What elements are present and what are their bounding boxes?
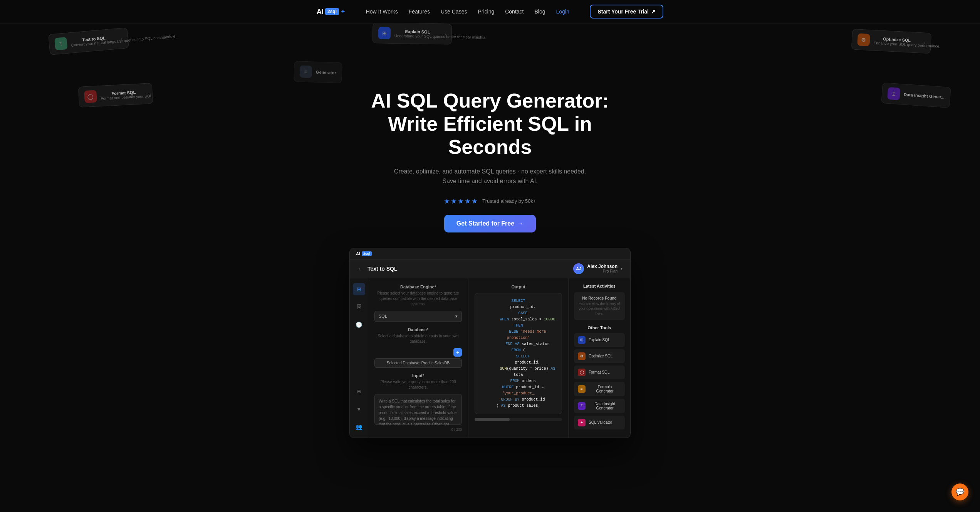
sidebar-item-settings[interactable]: ⊕ bbox=[353, 385, 365, 397]
main-content: Database Engine* Please select your data… bbox=[368, 278, 630, 438]
float-card-sub: Enhance your SQL query performance. bbox=[873, 40, 920, 47]
trust-row: ★★★★★ Trusted already by 50k+ bbox=[355, 197, 625, 205]
add-database-button[interactable]: + bbox=[453, 348, 462, 357]
database-hint: Select a database to obtain outputs in y… bbox=[374, 333, 462, 344]
float-card-title: Text to SQL bbox=[70, 34, 117, 43]
char-count: 0 / 200 bbox=[374, 428, 462, 431]
optimize-sql-icon: ⚙ bbox=[857, 33, 870, 46]
nav-links: How It Works Features Use Cases Pricing … bbox=[361, 8, 574, 15]
chevron-down-icon[interactable]: ▾ bbox=[621, 266, 623, 271]
sidebar-item-database[interactable]: 🗄 bbox=[353, 301, 365, 313]
tool-formula-gen-label: Formula Generator bbox=[589, 385, 621, 393]
data-insight-icon: Σ bbox=[887, 87, 900, 100]
formula-gen-tool-icon: ≡ bbox=[578, 385, 586, 393]
sidebar-item-grid[interactable]: ⊞ bbox=[353, 283, 365, 295]
float-card-title: Optimize SQL bbox=[874, 36, 920, 43]
sidebar-item-users[interactable]: 👥 bbox=[353, 421, 365, 433]
query-input[interactable] bbox=[374, 394, 462, 425]
app-logo: AI 2sql bbox=[356, 251, 372, 256]
nav-features[interactable]: Features bbox=[409, 8, 430, 15]
tool-optimize-sql[interactable]: ⚙ Optimize SQL bbox=[574, 349, 625, 363]
db-engine-label: Database Engine* bbox=[374, 285, 462, 289]
input-panel: Database Engine* Please select your data… bbox=[368, 278, 468, 438]
float-card-sub: Convert your natural language queries in… bbox=[71, 39, 117, 47]
other-tools-title: Other Tools bbox=[574, 325, 625, 330]
float-card-arrow: › bbox=[121, 35, 123, 41]
hero-section: T Text to SQL Convert your natural langu… bbox=[0, 0, 980, 512]
explain-sql-tool-icon: ⊞ bbox=[578, 336, 586, 344]
tool-sql-validator-label: SQL Validator bbox=[589, 420, 612, 424]
float-card-data-insight: Σ Data Insight Gener... bbox=[881, 83, 951, 108]
float-card-text-to-sql: T Text to SQL Convert your natural langu… bbox=[48, 27, 129, 55]
text-to-sql-icon: T bbox=[54, 37, 68, 51]
optimize-sql-tool-icon: ⚙ bbox=[578, 352, 586, 360]
no-records-text: You can view the history of your operati… bbox=[578, 301, 621, 316]
app-header-left: ← Text to SQL bbox=[357, 265, 398, 272]
float-card-title: Format SQL bbox=[100, 89, 146, 96]
nav-use-cases[interactable]: Use Cases bbox=[441, 8, 467, 15]
sql-validator-tool-icon: ✦ bbox=[578, 419, 586, 426]
app-window: AI 2sql ← Text to SQL AJ Alex Johnson Pr… bbox=[349, 248, 631, 438]
scroll-thumb bbox=[475, 418, 510, 421]
float-card-title: Generator bbox=[316, 70, 336, 75]
float-card-arrow: › bbox=[923, 40, 925, 45]
dropdown-arrow: ▾ bbox=[455, 314, 458, 319]
page-title: Text to SQL bbox=[368, 266, 398, 272]
tool-formula-generator[interactable]: ≡ Formula Generator bbox=[574, 382, 625, 396]
back-arrow-icon[interactable]: ← bbox=[357, 265, 364, 272]
data-insight-tool-icon: Σ bbox=[578, 402, 586, 410]
generator-icon: ≡ bbox=[300, 65, 312, 78]
float-card-format-sql: ◯ Format SQL Format and beautify your SQ… bbox=[78, 83, 153, 108]
nav-contact[interactable]: Contact bbox=[505, 8, 524, 15]
app-preview: AI 2sql ← Text to SQL AJ Alex Johnson Pr… bbox=[349, 248, 631, 438]
scroll-bar[interactable] bbox=[475, 418, 562, 421]
app-header: ← Text to SQL AJ Alex Johnson Pro Plan ▾ bbox=[350, 259, 630, 278]
trust-text: Trusted already by 50k+ bbox=[482, 198, 536, 204]
output-panel: Output SELECT product_id, CASE WHEN tota… bbox=[468, 278, 569, 438]
format-sql-icon: ◯ bbox=[84, 90, 97, 103]
db-engine-select[interactable]: SQL ▾ bbox=[374, 311, 462, 322]
float-card-explain-sql: ⊞ Explain SQL Understand your SQL querie… bbox=[372, 22, 452, 45]
sidebar-item-history[interactable]: 🕐 bbox=[353, 318, 365, 331]
latest-activities-title: Latest Activities bbox=[574, 284, 625, 288]
sidebar-bottom: ⊕ ♥ 👥 bbox=[353, 385, 365, 433]
nav-how-it-works[interactable]: How It Works bbox=[366, 8, 398, 15]
sidebar: ⊞ 🗄 🕐 ⊕ ♥ 👥 bbox=[350, 278, 368, 438]
logo-star: ✦ bbox=[341, 8, 345, 15]
logo-badge: 2sql bbox=[325, 8, 339, 15]
float-card-title: Explain SQL bbox=[394, 29, 441, 34]
tool-format-sql[interactable]: ◯ Format SQL bbox=[574, 365, 625, 379]
get-started-button[interactable]: Get Started for Free → bbox=[444, 215, 536, 232]
logo-ai: AI bbox=[317, 8, 324, 16]
database-row: + bbox=[374, 348, 462, 357]
tool-explain-sql[interactable]: ⊞ Explain SQL bbox=[574, 333, 625, 347]
hero-content: AI SQL Query Generator: Write Efficient … bbox=[355, 89, 625, 232]
input-hint: Please write your query in no more than … bbox=[374, 379, 462, 390]
logo[interactable]: AI 2sql ✦ bbox=[317, 8, 345, 16]
float-card-title: Data Insight Gener... bbox=[904, 92, 945, 99]
app-body: ⊞ 🗄 🕐 ⊕ ♥ 👥 Database Engine* Please sele… bbox=[350, 278, 630, 438]
tool-sql-validator[interactable]: ✦ SQL Validator bbox=[574, 416, 625, 429]
no-records-title: No Records Found bbox=[578, 296, 621, 300]
start-free-trial-button[interactable]: Start Your Free Trial ↗ bbox=[590, 5, 663, 19]
app-topbar: AI 2sql bbox=[350, 248, 630, 259]
chat-bubble[interactable]: 💬 bbox=[951, 483, 968, 500]
explain-sql-icon: ⊞ bbox=[378, 27, 391, 39]
chat-icon: 💬 bbox=[956, 488, 964, 496]
user-info: Alex Johnson Pro Plan bbox=[587, 264, 618, 273]
nav-blog[interactable]: Blog bbox=[534, 8, 545, 15]
tool-data-insight[interactable]: Σ Data Insight Generator bbox=[574, 399, 625, 413]
format-sql-tool-icon: ◯ bbox=[578, 369, 586, 376]
float-card-sub: Format and beautify your SQL... bbox=[101, 94, 147, 100]
selected-database: Selected Database: ProductSalesDB bbox=[374, 358, 462, 368]
code-output: SELECT product_id, CASE WHEN total_sales… bbox=[475, 293, 562, 414]
nav-login[interactable]: Login bbox=[556, 8, 569, 15]
navbar: AI 2sql ✦ How It Works Features Use Case… bbox=[0, 0, 980, 24]
user-area: AJ Alex Johnson Pro Plan ▾ bbox=[573, 263, 623, 274]
hero-subtitle: Create, optimize, and automate SQL queri… bbox=[390, 167, 590, 186]
db-engine-hint: Please select your database engine to ge… bbox=[374, 291, 462, 307]
sidebar-item-favorites[interactable]: ♥ bbox=[353, 403, 365, 415]
nav-pricing[interactable]: Pricing bbox=[478, 8, 494, 15]
output-label: Output bbox=[475, 285, 562, 289]
float-card-sub: Understand your SQL queries better for c… bbox=[394, 34, 441, 39]
